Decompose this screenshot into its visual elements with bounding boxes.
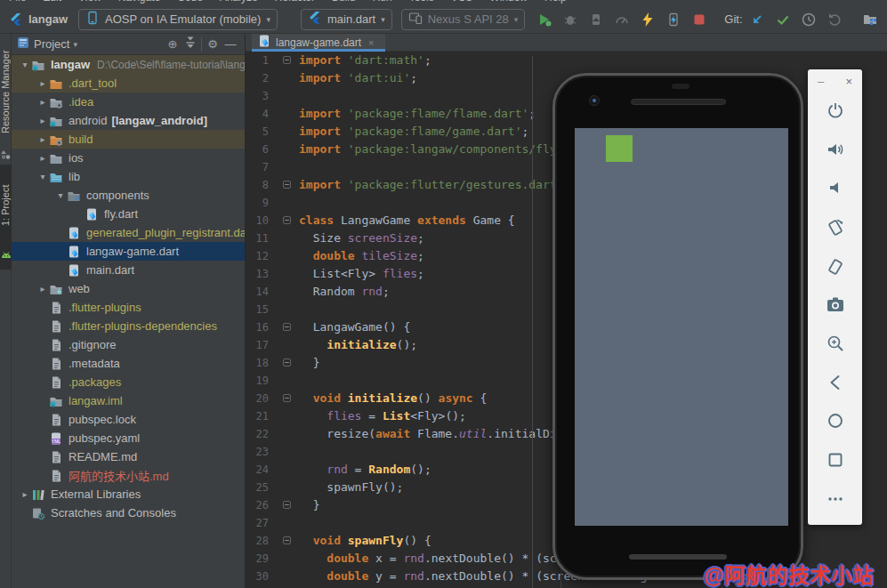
resource-manager-icon[interactable]	[0, 149, 12, 159]
debug-icon[interactable]	[560, 9, 581, 30]
stop-icon[interactable]	[689, 9, 710, 30]
fold-marker-icon[interactable]: −	[283, 394, 291, 402]
tree-item-scratches-and-consoles[interactable]: Scratches and Consoles	[12, 503, 245, 522]
collapsed-arrow-icon[interactable]: ▸	[36, 78, 49, 88]
volume-up-button[interactable]	[816, 132, 855, 171]
tree-item--gitignore[interactable]: .gitignore	[12, 335, 245, 354]
tree-item--dart-tool[interactable]: ▸.dart_tool	[12, 74, 245, 93]
fold-marker-icon[interactable]: −	[283, 536, 291, 544]
fold-marker-icon[interactable]: −	[283, 323, 291, 331]
attach-debugger-icon[interactable]	[585, 9, 607, 30]
back-button[interactable]	[816, 365, 855, 404]
tree-item-lib[interactable]: ▾lib	[12, 167, 245, 186]
tree-item-readme-md[interactable]: README.md	[12, 447, 245, 466]
tree-item--md[interactable]: 阿航的技术小站.md	[12, 466, 245, 485]
tree-item--flutter-plugins[interactable]: .flutter-plugins	[12, 298, 245, 317]
update-project-icon[interactable]	[746, 9, 768, 30]
emulator-screen[interactable]	[575, 128, 788, 526]
hot-restart-icon[interactable]	[663, 9, 684, 30]
run-config-dropdown[interactable]: main.dart ▾	[301, 9, 392, 30]
tree-item-langaw-iml[interactable]: langaw.iml	[12, 391, 245, 410]
expanded-arrow-icon[interactable]: ▾	[36, 172, 49, 181]
expanded-arrow-icon[interactable]: ▾	[19, 60, 31, 69]
api-target-dropdown[interactable]: Nexus S API 28 ▾	[401, 9, 526, 30]
sidebar-tab-resource-manager[interactable]: Resource Manager	[0, 37, 12, 146]
menu-item-build[interactable]: Build	[332, 0, 356, 4]
more-button[interactable]	[816, 481, 855, 520]
tree-item-ios[interactable]: ▸ios	[12, 149, 245, 167]
rotate-left-button[interactable]	[816, 209, 855, 248]
gutter: 11	[246, 230, 299, 247]
tree-item-android[interactable]: ▸android[langaw_android]	[12, 111, 245, 130]
gear-icon[interactable]: ⚙	[204, 37, 222, 51]
tree-item--flutter-plugins-dependencies[interactable]: .flutter-plugins-dependencies	[12, 317, 245, 335]
collapsed-arrow-icon[interactable]: ▸	[36, 284, 49, 294]
collapsed-arrow-icon[interactable]: ▸	[36, 153, 49, 163]
tree-item-components[interactable]: ▾components	[12, 186, 245, 205]
tree-item-pubspec-lock[interactable]: pubspec.lock	[12, 410, 245, 429]
device-selector-dropdown[interactable]: AOSP on IA Emulator (mobile) ▾	[78, 9, 278, 30]
collapsed-arrow-icon[interactable]: ▸	[36, 116, 49, 125]
expanded-arrow-icon[interactable]: ▾	[54, 190, 67, 200]
rotate-right-button[interactable]	[816, 248, 855, 287]
menu-item-tools[interactable]: Tools	[409, 0, 434, 4]
collapse-all-icon[interactable]	[181, 36, 199, 52]
fold-marker-icon[interactable]: −	[283, 181, 291, 189]
menu-item-run[interactable]: Run	[373, 0, 392, 4]
sidebar-tab-project[interactable]: 1: Project	[0, 165, 12, 246]
fold-marker-icon[interactable]: −	[283, 501, 291, 509]
profiler-icon[interactable]	[611, 9, 633, 30]
tree-item--idea[interactable]: ▸.idea	[12, 93, 245, 111]
menu-item-code[interactable]: Code	[177, 0, 203, 4]
home-button[interactable]	[816, 404, 855, 443]
tree-item-main-dart[interactable]: main.dart	[12, 261, 245, 279]
history-icon[interactable]	[798, 9, 819, 30]
menu-item-window[interactable]: Window	[489, 0, 528, 4]
collapsed-arrow-icon[interactable]: ▸	[36, 134, 49, 144]
menu-item-help[interactable]: Help	[544, 0, 567, 4]
tree-item-langaw[interactable]: ▾langawD:\Code\Self\flame-tutorial\langa…	[12, 55, 245, 74]
rollback-icon[interactable]	[824, 9, 845, 30]
power-button[interactable]	[816, 93, 855, 132]
hot-reload-icon[interactable]	[637, 9, 658, 30]
fold-marker-icon[interactable]: −	[283, 358, 291, 366]
tree-item-build[interactable]: ▸build	[12, 130, 245, 149]
collapsed-arrow-icon[interactable]: ▸	[19, 489, 31, 499]
tree-item--metadata[interactable]: .metadata	[12, 354, 245, 373]
tree-item-web[interactable]: ▸web	[12, 279, 245, 298]
gutter: 1−	[246, 52, 299, 69]
close-icon[interactable]: ×	[368, 37, 374, 48]
tree-item-langaw-game-dart[interactable]: langaw-game.dart	[12, 242, 245, 261]
more-icon	[825, 488, 846, 513]
volume-down-button[interactable]	[816, 170, 855, 209]
fold-marker-icon[interactable]: −	[283, 56, 291, 64]
screenshot-button[interactable]	[816, 286, 855, 326]
game-fly-sprite[interactable]	[606, 135, 633, 162]
zoom-button[interactable]	[816, 326, 855, 365]
android-project-icon[interactable]	[0, 250, 12, 259]
close-icon[interactable]: ×	[845, 75, 852, 88]
tree-item--packages[interactable]: .packages	[12, 373, 245, 391]
tree-item-generated-plugin-registrant-dart[interactable]: generated_plugin_registrant.dart	[12, 223, 245, 242]
device-file-explorer-icon[interactable]	[859, 9, 881, 30]
hide-panel-icon[interactable]: —	[222, 37, 239, 51]
minimize-icon[interactable]: –	[818, 75, 824, 88]
locate-file-icon[interactable]: ⊕	[164, 37, 181, 51]
tree-item-external-libraries[interactable]: ▸External Libraries	[12, 485, 245, 503]
commit-icon[interactable]	[772, 9, 794, 30]
menu-item-navigate[interactable]: Navigate	[118, 0, 160, 4]
menu-item-vcs[interactable]: VCS	[451, 0, 473, 4]
menu-item-edit[interactable]: Edit	[43, 0, 61, 4]
fold-marker-icon[interactable]: −	[283, 216, 291, 224]
menu-item-file[interactable]: File	[9, 0, 26, 4]
project-panel-title[interactable]: Project	[34, 37, 69, 51]
menu-item-view[interactable]: View	[78, 0, 101, 4]
tree-item-fly-dart[interactable]: fly.dart	[12, 205, 245, 223]
menu-item-analyze[interactable]: Analyze	[220, 0, 258, 4]
tree-item-pubspec-yaml[interactable]: YMLpubspec.yaml	[12, 429, 245, 447]
overview-button[interactable]	[816, 442, 855, 481]
menu-item-refactor[interactable]: Refactor	[275, 0, 315, 4]
collapsed-arrow-icon[interactable]: ▸	[36, 97, 49, 107]
run-icon[interactable]	[534, 9, 555, 30]
run-controls	[534, 9, 710, 30]
